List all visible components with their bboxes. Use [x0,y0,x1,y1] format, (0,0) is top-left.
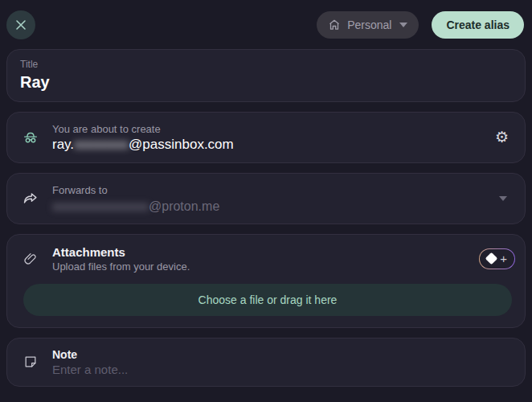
close-icon [15,19,27,31]
title-field-label: Title [20,59,512,72]
vault-label: Personal [347,18,391,31]
create-alias-button[interactable]: Create alias [432,11,524,39]
forwards-domain: @proton.me [149,199,219,213]
note-icon [20,354,41,370]
add-attachment-badge-button[interactable]: + [479,248,515,269]
forwards-to-label: Forwards to [52,183,493,198]
home-icon [328,18,341,31]
select-caret-icon [499,196,507,201]
gear-icon: ⚙︎ [495,129,509,146]
forwards-to-value[interactable]: xxxxxxxxxxxxxxx@proton.me [52,199,493,214]
note-input[interactable]: Enter a note... [52,363,512,376]
title-input[interactable]: Ray [20,73,512,92]
attachments-card: Attachments Upload files from your devic… [6,234,526,328]
alias-prefix: ray. [52,137,74,152]
close-button[interactable] [6,10,35,39]
vault-selector[interactable]: Personal [317,11,419,39]
alias-preview-label: You are about to create [52,122,492,137]
form-cards: Title Ray You are about to create ray.xx… [0,42,532,387]
alias-domain: @passinbox.com [129,137,234,152]
alias-disguise-icon [20,129,41,146]
attachments-subtitle: Upload files from your device. [52,260,479,273]
forwards-redacted: xxxxxxxxxxxxxxx [52,199,149,213]
paperclip-icon [20,251,41,267]
choose-file-button[interactable]: Choose a file or drag it here [23,284,512,316]
note-card[interactable]: Note Enter a note... [6,338,526,387]
attachments-title: Attachments [52,245,479,259]
alias-settings-button[interactable]: ⚙︎ [492,126,512,148]
forwards-to-card[interactable]: Forwards to xxxxxxxxxxxxxxx@proton.me [6,173,526,224]
chevron-down-icon [399,23,407,27]
alias-redacted: xxxxxxxx [74,137,129,152]
alias-address-value: ray.xxxxxxxx@passinbox.com [52,137,492,153]
title-field-card[interactable]: Title Ray [6,49,526,102]
forward-arrow-icon [20,190,41,207]
dialog-header: Personal Create alias [0,0,532,42]
plus-icon: + [500,252,507,265]
alias-preview-card: You are about to create ray.xxxxxxxx@pas… [6,112,526,164]
note-label: Note [52,348,512,361]
pass-plus-diamond-icon [485,252,498,265]
